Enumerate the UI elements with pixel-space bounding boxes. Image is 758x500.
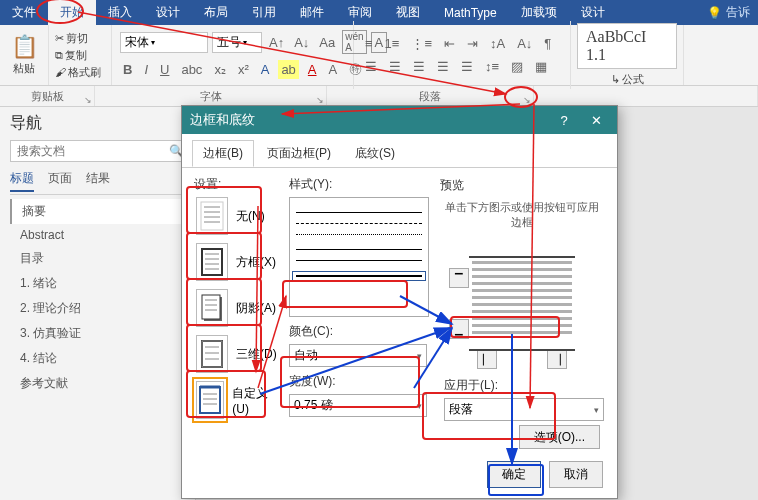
dialog-help-button[interactable]: ?	[551, 113, 577, 128]
nav-search[interactable]: 🔍	[10, 140, 185, 162]
style-listbox[interactable]	[289, 197, 429, 317]
tell-me[interactable]: 💡 告诉	[699, 4, 758, 21]
width-combo[interactable]: 0.75 磅▾	[289, 394, 427, 417]
preview-label: 预览	[440, 177, 604, 194]
nav-item[interactable]: 摘要	[10, 199, 185, 224]
edge-bottom-button[interactable]: ▁	[449, 319, 469, 339]
setting-custom[interactable]: 自定义(U)	[194, 381, 279, 419]
nav-tab-pages[interactable]: 页面	[48, 170, 72, 192]
apply-to-combo[interactable]: 段落▾	[444, 398, 604, 421]
dialog-close-button[interactable]: ✕	[583, 113, 609, 128]
superscript-icon[interactable]: x²	[235, 60, 252, 79]
nav-item[interactable]: 目录	[10, 246, 185, 271]
font-color-icon[interactable]: A	[305, 60, 320, 79]
shrink-font-icon[interactable]: A↓	[291, 33, 312, 52]
nav-tab-results[interactable]: 结果	[86, 170, 110, 192]
menu-home[interactable]: 开始	[48, 0, 96, 25]
strike-icon[interactable]: abc	[178, 60, 205, 79]
paste-button[interactable]: 粘贴	[11, 60, 37, 77]
justify-icon[interactable]: ☰	[434, 57, 452, 76]
group-paragraph: 段落↘	[327, 86, 534, 106]
svg-rect-15	[202, 341, 222, 367]
dialog-title: 边框和底纹	[190, 111, 255, 129]
nav-item[interactable]: 2. 理论介绍	[10, 296, 185, 321]
setting-box[interactable]: 方框(X)	[194, 243, 279, 281]
color-combo[interactable]: 自动▾	[289, 344, 427, 367]
copy-icon: ⧉	[55, 49, 63, 62]
grow-font-icon[interactable]: A↑	[266, 33, 287, 52]
edge-left-button[interactable]: ▏	[477, 349, 497, 369]
preview-box[interactable]: ▔ ▁ ▏ ▕	[447, 236, 597, 371]
menu-design2[interactable]: 设计	[569, 0, 617, 25]
sort-icon[interactable]: A↓	[514, 34, 535, 53]
text-effects-icon[interactable]: A	[258, 60, 273, 79]
format-painter-button[interactable]: 🖌格式刷	[53, 64, 103, 81]
tab-borders[interactable]: 边框(B)	[192, 140, 254, 167]
nav-item[interactable]: 1. 绪论	[10, 271, 185, 296]
text-direction-icon[interactable]: ↕A	[487, 34, 508, 53]
show-marks-icon[interactable]: ¶	[541, 34, 554, 53]
change-case-icon[interactable]: Aa	[316, 33, 338, 52]
nav-headings-list: 摘要 Abstract 目录 1. 绪论 2. 理论介绍 3. 仿真验证 4. …	[10, 194, 185, 396]
ribbon: 📋 粘贴 ✂剪切 ⧉复制 🖌格式刷 宋体▾ 五号▾ A↑ A↓ Aa wénA …	[0, 25, 758, 86]
edge-right-button[interactable]: ▕	[547, 349, 567, 369]
nav-item[interactable]: 4. 结论	[10, 346, 185, 371]
search-input[interactable]	[15, 143, 169, 159]
menu-file[interactable]: 文件	[0, 0, 48, 25]
setting-shadow[interactable]: 阴影(A)	[194, 289, 279, 327]
options-button[interactable]: 选项(O)...	[519, 425, 600, 449]
settings-label: 设置:	[194, 176, 279, 193]
underline-icon[interactable]: U	[157, 60, 172, 79]
char-shading-icon[interactable]: A	[326, 60, 341, 79]
setting-none[interactable]: 无(N)	[194, 197, 279, 235]
nav-item[interactable]: Abstract	[10, 224, 185, 246]
lightbulb-icon: 💡	[707, 6, 722, 20]
paste-icon[interactable]: 📋	[11, 34, 38, 60]
indent-dec-icon[interactable]: ⇤	[441, 34, 458, 53]
indent-inc-icon[interactable]: ⇥	[464, 34, 481, 53]
borders-icon[interactable]: ▦	[532, 57, 550, 76]
font-launcher-icon[interactable]: ↘	[316, 95, 324, 105]
tab-shading[interactable]: 底纹(S)	[344, 140, 406, 167]
shading-icon[interactable]: ▨	[508, 57, 526, 76]
nav-item[interactable]: 3. 仿真验证	[10, 321, 185, 346]
distribute-icon[interactable]: ☰	[458, 57, 476, 76]
italic-icon[interactable]: I	[141, 60, 151, 79]
ok-button[interactable]: 确定	[487, 461, 541, 488]
formula-button[interactable]: ↳ 公式	[609, 71, 646, 88]
group-clipboard: 剪贴板↘	[0, 86, 95, 106]
setting-3d[interactable]: 三维(D)	[194, 335, 279, 373]
line-spacing-icon[interactable]: ↕≡	[482, 57, 502, 76]
tab-page-borders[interactable]: 页面边框(P)	[256, 140, 342, 167]
highlight-icon[interactable]: ab	[278, 60, 298, 79]
svg-rect-0	[201, 202, 223, 230]
apply-label: 应用于(L):	[444, 377, 604, 394]
nav-tab-headings[interactable]: 标题	[10, 170, 34, 192]
bold-icon[interactable]: B	[120, 60, 135, 79]
style-label: 样式(Y):	[289, 176, 429, 193]
subscript-icon[interactable]: x₂	[211, 60, 229, 79]
svg-rect-20	[200, 387, 220, 413]
navigation-pane: 导航 🔍 标题 页面 结果 摘要 Abstract 目录 1. 绪论 2. 理论…	[0, 107, 196, 500]
align-center-icon[interactable]: ☰	[386, 57, 404, 76]
brush-icon: 🖌	[55, 66, 66, 78]
dialog-titlebar[interactable]: 边框和底纹 ? ✕	[182, 106, 617, 134]
numbering-icon[interactable]: 1≡	[382, 34, 403, 53]
borders-shading-dialog: 边框和底纹 ? ✕ 边框(B) 页面边框(P) 底纹(S) 设置: 无(N) 方…	[181, 105, 618, 499]
scissors-icon: ✂	[55, 32, 64, 45]
font-name-combo[interactable]: 宋体▾	[120, 32, 208, 53]
cancel-button[interactable]: 取消	[549, 461, 603, 488]
nav-item[interactable]: 参考文献	[10, 371, 185, 396]
align-right-icon[interactable]: ☰	[410, 57, 428, 76]
edge-top-button[interactable]: ▔	[449, 268, 469, 288]
font-size-combo[interactable]: 五号▾	[212, 32, 262, 53]
style-gallery-item[interactable]: AaBbCcI 1.1	[577, 23, 677, 69]
multilevel-icon[interactable]: ⋮≡	[408, 34, 435, 53]
align-left-icon[interactable]: ☰	[362, 57, 380, 76]
width-label: 宽度(W):	[289, 373, 429, 390]
paragraph-launcher-icon[interactable]: ↘	[523, 95, 531, 105]
cut-button[interactable]: ✂剪切	[53, 30, 90, 47]
copy-button[interactable]: ⧉复制	[53, 47, 89, 64]
bullets-icon[interactable]: ≡	[362, 34, 376, 53]
clipboard-launcher-icon[interactable]: ↘	[84, 95, 92, 105]
